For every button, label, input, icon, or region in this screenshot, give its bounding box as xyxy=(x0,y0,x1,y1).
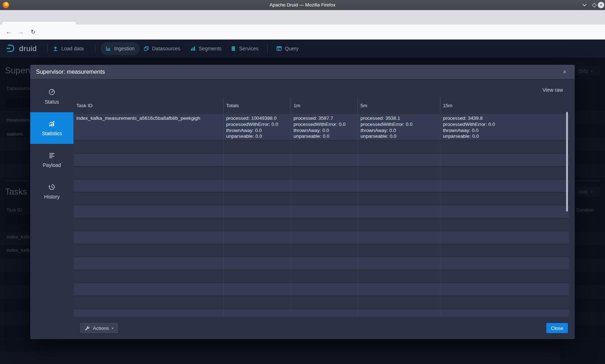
empty-cell xyxy=(358,309,440,317)
empty-cell xyxy=(358,218,440,231)
forward-button[interactable]: → xyxy=(16,24,26,39)
empty-cell xyxy=(223,257,291,270)
empty-cell xyxy=(440,179,569,192)
table-row-empty xyxy=(74,296,569,309)
dialog-footer: Actions ▾ Close xyxy=(73,317,575,339)
nav-item-datasources[interactable]: Datasources xyxy=(143,40,180,58)
empty-cell xyxy=(291,231,358,244)
view-raw-link[interactable]: View raw xyxy=(542,87,563,93)
empty-cell xyxy=(358,296,440,309)
nav-item-load-data[interactable]: Load data xyxy=(53,40,84,58)
empty-cell xyxy=(358,244,440,257)
history-clock-icon xyxy=(48,183,55,191)
nav-item-query[interactable]: Query xyxy=(276,40,299,58)
empty-cell xyxy=(223,179,291,192)
status-gauge-icon xyxy=(48,88,55,96)
tab-status[interactable]: Status xyxy=(30,81,73,112)
column-header-15m: 15m xyxy=(440,97,569,114)
empty-cell xyxy=(223,244,291,257)
nav-item-ingestion[interactable]: Ingestion xyxy=(100,42,140,55)
segments-icon xyxy=(190,46,196,51)
empty-cell xyxy=(74,167,223,179)
table-header-row: Task ID Totals 1m 5m 15m xyxy=(74,97,569,114)
table-row-empty xyxy=(74,244,569,257)
nav-item-label: Load data xyxy=(61,46,84,51)
payload-align-left-icon xyxy=(48,152,55,159)
empty-cell xyxy=(358,205,440,218)
window-minimize-button[interactable] xyxy=(581,2,588,8)
tab-statistics[interactable]: Statistics xyxy=(30,112,73,144)
window-titlebar: Apache Druid — Mozilla Firefox × xyxy=(0,0,605,10)
tab-payload[interactable]: Payload xyxy=(30,144,73,176)
statistics-table: Task ID Totals 1m 5m 15m index_kafka_mea… xyxy=(74,97,569,317)
empty-cell xyxy=(358,231,440,244)
dialog-content: View raw Task ID Totals 1m 5m 15m index_… xyxy=(73,79,575,339)
empty-cell xyxy=(291,296,358,309)
empty-cell xyxy=(74,309,223,317)
table-row-empty xyxy=(74,309,569,317)
cell-15m: processed: 3439.8 processedWithError: 0.… xyxy=(440,114,569,141)
empty-cell xyxy=(291,205,358,218)
empty-cell xyxy=(440,309,569,317)
empty-cell xyxy=(291,154,358,166)
empty-cell xyxy=(223,283,291,296)
navbar-divider xyxy=(267,45,268,53)
empty-cell xyxy=(358,283,440,296)
empty-cell xyxy=(440,192,569,205)
actions-button[interactable]: Actions ▾ xyxy=(80,323,118,333)
table-body: index_kafka_measurements_a5616c5ba8afb8b… xyxy=(74,114,569,317)
empty-cell xyxy=(440,283,569,296)
empty-cell xyxy=(440,244,569,257)
empty-cell xyxy=(74,205,223,218)
close-button[interactable]: Close xyxy=(546,323,568,333)
window-maximize-button[interactable] xyxy=(591,2,597,8)
empty-cell xyxy=(223,309,291,317)
empty-cell xyxy=(291,167,358,179)
table-row: index_kafka_measurements_a5616c5ba8afb8b… xyxy=(74,114,569,140)
empty-cell xyxy=(74,218,223,231)
browser-toolbar: ← → ↻ 172.18.0.4:30899/unified-console.h… xyxy=(0,24,605,40)
nav-item-label: Services xyxy=(239,46,259,51)
cell-task-id: index_kafka_measurements_a5616c5ba8afb8b… xyxy=(74,114,223,141)
empty-cell xyxy=(358,167,440,179)
nav-item-label: Query xyxy=(285,46,299,51)
nav-item-segments[interactable]: Segments xyxy=(190,40,221,58)
tab-history[interactable]: History xyxy=(30,176,73,207)
nav-item-label: Datasources xyxy=(152,46,180,51)
caret-down-icon: ▾ xyxy=(112,326,113,330)
empty-cell xyxy=(440,167,569,179)
empty-cell xyxy=(223,296,291,309)
back-button[interactable]: ← xyxy=(4,24,14,39)
empty-cell xyxy=(291,309,358,317)
cell-1m: processed: 3597.7 processedWithError: 0.… xyxy=(291,114,358,141)
empty-cell xyxy=(74,283,223,296)
druid-logo-icon xyxy=(6,44,17,53)
table-row-empty xyxy=(74,257,569,270)
table-row-empty xyxy=(74,166,569,179)
druid-brand[interactable]: druid xyxy=(6,40,37,58)
query-icon xyxy=(276,46,282,51)
empty-cell xyxy=(358,179,440,192)
empty-cell xyxy=(291,179,358,192)
empty-cell xyxy=(440,270,569,283)
empty-cell xyxy=(291,257,358,270)
cell-totals: processed: 10049388.0 processedWithError… xyxy=(223,114,291,141)
window-title: Apache Druid — Mozilla Firefox xyxy=(0,0,605,10)
table-row-empty xyxy=(74,205,569,218)
empty-cell xyxy=(440,205,569,218)
druid-navbar: druid Load data Ingestion Datasources Se… xyxy=(0,40,605,58)
empty-cell xyxy=(291,270,358,283)
table-scrollbar-thumb[interactable] xyxy=(566,112,568,211)
dialog-close-icon[interactable]: × xyxy=(560,68,569,76)
column-header-totals: Totals xyxy=(223,97,291,114)
window-close-button[interactable]: × xyxy=(598,2,604,8)
empty-cell xyxy=(74,154,223,166)
empty-cell xyxy=(223,141,291,153)
nav-item-services[interactable]: Services xyxy=(230,40,259,58)
table-row-empty xyxy=(74,218,569,231)
empty-cell xyxy=(440,296,569,309)
reload-button[interactable]: ↻ xyxy=(28,24,38,39)
empty-cell xyxy=(223,218,291,231)
tab-label: Status xyxy=(45,99,59,105)
dialog-sidebar: Status Statistics Payload History xyxy=(30,79,73,339)
